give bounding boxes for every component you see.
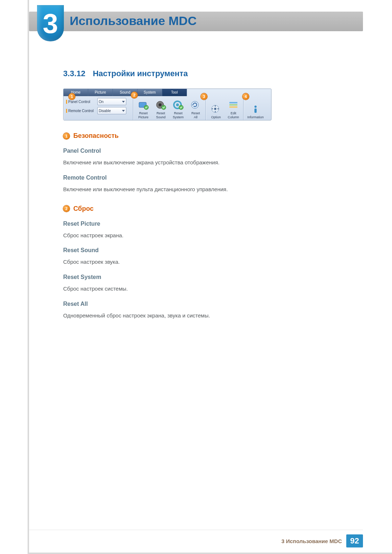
svg-rect-13	[212, 108, 213, 109]
information-button[interactable]: Information	[245, 97, 266, 119]
reset-system-heading: Reset System	[63, 274, 339, 280]
svg-rect-17	[229, 106, 237, 108]
reset-all-label: ResetAll	[191, 111, 200, 119]
remote-control-heading: Remote Control	[63, 175, 339, 181]
tab-system[interactable]: System	[138, 89, 162, 96]
reset-picture-icon	[138, 100, 149, 110]
edit-column-label: EditColumn	[228, 111, 239, 119]
panel-control-text: Включение или выключение экрана устройст…	[63, 159, 339, 167]
option-button[interactable]: Option	[207, 97, 225, 119]
reset-all-button[interactable]: ResetAll	[187, 97, 204, 119]
chapter-badge: 3	[37, 5, 64, 41]
panel-control-select[interactable]: On	[97, 98, 126, 105]
bullet-2-title: Сброс	[73, 205, 94, 213]
remote-control-row: Remote Control Disable	[66, 107, 131, 114]
footer-chapter-text: 3 Использование MDC	[281, 538, 342, 544]
row-marker	[66, 109, 67, 113]
svg-rect-12	[215, 111, 216, 112]
group-tools-1: Option EditColumn	[206, 96, 244, 120]
chapter-title: Использование MDC	[70, 14, 197, 28]
option-icon	[211, 104, 221, 114]
reset-picture-button[interactable]: ResetPicture	[135, 97, 152, 119]
tab-tool[interactable]: Tool	[162, 89, 187, 96]
group-tools-2: Information	[244, 96, 267, 120]
toolbar-tabs: Home Picture Sound System Tool	[64, 89, 271, 96]
toolbar-body: Panel Control On Remote Control Disable	[64, 96, 271, 120]
reset-system-label: ResetSystem	[173, 111, 184, 119]
svg-rect-11	[215, 105, 216, 107]
option-label: Option	[211, 115, 221, 119]
reset-picture-label: ResetPicture	[138, 111, 148, 119]
reset-system-text: Сброс настроек системы.	[63, 285, 339, 293]
tab-home[interactable]: Home	[64, 89, 88, 96]
mdc-toolbar-screenshot: Home Picture Sound System Tool Panel Con…	[63, 89, 271, 120]
callout-4: 4	[242, 93, 249, 100]
reset-sound-label: ResetSound	[156, 111, 166, 119]
panel-control-heading: Panel Control	[63, 148, 339, 154]
bullet-1-title: Безопасность	[73, 132, 119, 140]
frame-left	[28, 0, 29, 554]
sub-section-1: 1 Безопасность	[63, 132, 339, 140]
reset-all-text: Одновременный сброс настроек экрана, зву…	[63, 312, 339, 320]
panel-control-label: Panel Control	[68, 100, 97, 104]
callout-1: 1	[69, 93, 75, 100]
reset-sound-icon	[155, 100, 166, 110]
bullet-2-icon: 2	[63, 205, 70, 212]
page-footer: 3 Использование MDC 92	[29, 534, 363, 547]
sub-section-2: 2 Сброс	[63, 205, 339, 213]
security-panel: Panel Control On Remote Control Disable	[65, 97, 132, 119]
reset-system-button[interactable]: ResetSystem	[170, 97, 187, 119]
reset-sound-heading: Reset Sound	[63, 247, 339, 254]
document-page: 3 Использование MDC 3.3.12 Настройки инс…	[0, 0, 392, 554]
callout-3: 3	[201, 93, 207, 100]
svg-rect-15	[229, 102, 237, 103]
reset-sound-text: Сброс настроек звука.	[63, 258, 339, 266]
page-number: 92	[346, 534, 363, 547]
remote-control-value: Disable	[99, 109, 111, 113]
frame-bottom	[28, 553, 392, 554]
information-icon	[250, 104, 261, 114]
edit-column-button[interactable]: EditColumn	[225, 97, 242, 119]
callout-2: 2	[131, 92, 138, 98]
svg-rect-16	[229, 104, 237, 106]
bullet-1-icon: 1	[63, 133, 70, 139]
section-title: Настройки инструмента	[93, 69, 188, 78]
chevron-down-icon	[122, 110, 125, 112]
panel-control-value: On	[99, 100, 103, 104]
svg-point-10	[214, 108, 216, 110]
group-security: Panel Control On Remote Control Disable	[64, 96, 133, 120]
content-area: 3.3.12 Настройки инструмента Home Pictur…	[63, 69, 339, 320]
section-heading: 3.3.12 Настройки инструмента	[63, 69, 339, 78]
reset-all-icon	[190, 100, 201, 110]
tab-picture[interactable]: Picture	[88, 89, 113, 96]
footer-rule	[29, 530, 363, 530]
reset-picture-heading: Reset Picture	[63, 221, 339, 227]
section-number: 3.3.12	[63, 69, 85, 78]
group-reset: ResetPicture ResetSound ResetSystem Rese…	[133, 96, 206, 120]
reset-all-heading: Reset All	[63, 301, 339, 307]
remote-control-select[interactable]: Disable	[97, 107, 126, 114]
chevron-down-icon	[122, 101, 125, 103]
reset-system-icon	[173, 100, 184, 110]
svg-rect-19	[254, 108, 257, 113]
edit-column-icon	[228, 100, 239, 110]
reset-sound-button[interactable]: ResetSound	[152, 97, 170, 119]
svg-point-18	[254, 106, 257, 108]
svg-point-6	[176, 103, 179, 106]
svg-rect-14	[217, 108, 219, 109]
information-label: Information	[247, 115, 264, 119]
row-marker	[66, 100, 67, 104]
svg-point-3	[159, 103, 162, 106]
reset-picture-text: Сброс настроек экрана.	[63, 231, 339, 239]
remote-control-text: Включение или выключение пульта дистанци…	[63, 185, 339, 193]
remote-control-label: Remote Control	[68, 109, 97, 113]
panel-control-row: Panel Control On	[66, 98, 131, 105]
